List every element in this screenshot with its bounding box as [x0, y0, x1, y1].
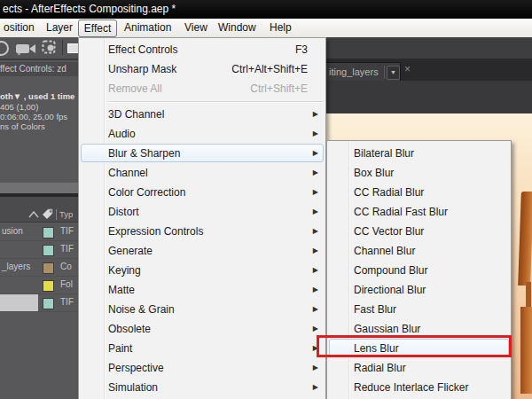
close-icon[interactable]: × [404, 63, 411, 75]
item-type: Co [60, 262, 72, 271]
label-color-swatch[interactable] [43, 280, 54, 292]
camera-tool-icon[interactable] [14, 40, 39, 56]
item-type: TIF [60, 226, 74, 236]
title-bar: ects - AfterEffects Compositing.aep * [0, 0, 532, 19]
menu-layer[interactable]: Layer [46, 19, 73, 37]
menu-item-matte[interactable]: Matte ▶ [79, 280, 325, 300]
selection-highlight [0, 294, 38, 311]
submenu-arrow-icon: ▶ [313, 222, 318, 241]
tab-label: iting_layers [329, 66, 379, 77]
submenu-arrow-icon: ▶ [313, 241, 318, 261]
rectangle-tool-icon[interactable] [67, 43, 78, 53]
menu-item-effect-controls[interactable]: Effect Controls F3 [79, 40, 325, 59]
submenu-item-channel-blur[interactable]: Channel Blur [327, 241, 511, 261]
viewer-tab-bar: iting_layers ▼ × [326, 60, 532, 81]
menu-item-paint[interactable]: Paint ▶ [79, 339, 325, 358]
label-color-swatch[interactable] [43, 298, 54, 309]
menu-item-unsharp-mask[interactable]: Unsharp Mask Ctrl+Alt+Shift+E [79, 59, 325, 79]
menu-item-simulation[interactable]: Simulation ▶ [79, 378, 325, 397]
menu-item-channel[interactable]: Channel ▶ [79, 163, 325, 183]
item-name: _layers [2, 262, 30, 271]
menu-item-keying[interactable]: Keying ▶ [79, 261, 325, 280]
submenu-arrow-icon: ▶ [313, 124, 318, 144]
effect-dropdown-menu: Effect Controls F3 Unsharp Mask Ctrl+Alt… [78, 37, 326, 399]
submenu-arrow-icon: ▶ [313, 144, 318, 163]
menu-item-distort[interactable]: Distort ▶ [79, 202, 325, 222]
tab-divider [384, 66, 385, 79]
rotation-tool-icon[interactable] [0, 41, 9, 56]
viewer-toolbar-band [326, 37, 532, 60]
menu-item-obsolete[interactable]: Obsolete ▶ [79, 319, 325, 339]
project-item-list: usion TIF TIF _layers Co Fol [0, 223, 78, 312]
menu-item-remove-all: Remove All Ctrl+Shift+E [79, 79, 325, 98]
submenu-arrow-icon: ▶ [313, 358, 318, 378]
footage-depth-line: ns of Colors [0, 121, 45, 131]
table-row[interactable]: Fol [0, 277, 78, 294]
table-row-selected[interactable]: TIF [0, 294, 78, 312]
blur-sharpen-submenu: Bilateral Blur Box Blur CC Radial Blur C… [326, 140, 512, 399]
submenu-arrow-icon: ▶ [313, 280, 318, 300]
submenu-item-radial-blur[interactable]: Radial Blur [327, 358, 511, 378]
app-window: ects - AfterEffects Compositing.aep * os… [0, 0, 532, 399]
wooden-object-top [518, 192, 532, 286]
window-title: ects - AfterEffects Compositing.aep * [3, 0, 176, 18]
submenu-arrow-icon: ▶ [313, 163, 318, 183]
menu-window[interactable]: Window [218, 19, 256, 37]
item-name: usion [2, 226, 23, 236]
submenu-item-fast-blur[interactable]: Fast Blur [327, 300, 511, 319]
footage-duration-line: 0:06:00, 25,00 fps [0, 112, 67, 121]
label-color-swatch[interactable] [43, 227, 54, 239]
item-type: TIF [60, 297, 74, 307]
label-color-swatch[interactable] [43, 245, 54, 256]
table-row[interactable]: _layers Co [0, 259, 78, 277]
submenu-arrow-icon: ▶ [313, 261, 318, 280]
item-type: Fol [60, 279, 73, 289]
submenu-arrow-icon: ▶ [313, 202, 318, 222]
submenu-arrow-icon: ▶ [313, 183, 318, 202]
submenu-arrow-icon: ▶ [313, 300, 318, 319]
menu-item-color-correction[interactable]: Color Correction ▶ [79, 183, 325, 202]
menu-composition[interactable]: osition [4, 19, 35, 37]
tab-effect-controls[interactable]: ffect Controls: zd [0, 62, 78, 76]
menu-item-noise-and-grain[interactable]: Noise & Grain ▶ [79, 300, 325, 319]
column-divider [56, 209, 57, 220]
pan-behind-tool-icon[interactable] [42, 40, 58, 56]
menu-item-perspective[interactable]: Perspective ▶ [79, 358, 325, 378]
viewer-chrome-band [326, 81, 532, 113]
label-tag-icon[interactable] [41, 207, 54, 220]
submenu-item-bilateral-blur[interactable]: Bilateral Blur [327, 144, 511, 163]
toolbar-divider [62, 40, 63, 55]
submenu-item-box-blur[interactable]: Box Blur [327, 163, 511, 183]
submenu-item-reduce-interlace-flicker[interactable]: Reduce Interlace Flicker [327, 378, 511, 397]
menu-item-blur-and-sharpen[interactable]: Blur & Sharpen ▶ [79, 144, 325, 163]
menu-separator [79, 98, 325, 105]
label-color-swatch[interactable] [43, 262, 54, 274]
submenu-item-cc-vector-blur[interactable]: CC Vector Blur [327, 222, 511, 241]
menu-help[interactable]: Help [270, 19, 292, 37]
tools-toolbar [0, 37, 78, 60]
menu-item-generate[interactable]: Generate ▶ [79, 241, 325, 261]
search-bar-area [0, 183, 78, 193]
submenu-item-directional-blur[interactable]: Directional Blur [327, 280, 511, 300]
submenu-arrow-icon: ▶ [313, 378, 318, 397]
sort-arrow-icon[interactable] [28, 211, 39, 218]
submenu-item-compound-blur[interactable]: Compound Blur [327, 261, 511, 280]
menu-item-audio[interactable]: Audio ▶ [79, 124, 325, 144]
menu-view[interactable]: View [184, 19, 207, 37]
menu-item-expression-controls[interactable]: Expression Controls ▶ [79, 222, 325, 241]
submenu-item-cc-radial-blur[interactable]: CC Radial Blur [327, 183, 511, 202]
tab-composition-layers[interactable]: iting_layers ▼ [326, 62, 401, 82]
footage-name-line: oth▼ , used 1 time [0, 91, 74, 101]
tab-menu-button[interactable]: ▼ [387, 66, 400, 80]
table-row[interactable]: usion TIF [0, 223, 78, 241]
menu-animation[interactable]: Animation [124, 19, 171, 37]
submenu-arrow-icon: ▶ [313, 105, 318, 124]
footage-size-line: 405 (1,00) [0, 102, 38, 112]
table-row[interactable]: TIF [0, 241, 78, 259]
project-panel: ffect Controls: zd oth▼ , used 1 time 40… [0, 37, 78, 399]
type-column-header[interactable]: Typ [59, 209, 73, 219]
menu-effect[interactable]: Effect [78, 20, 117, 37]
menu-item-3d-channel[interactable]: 3D Channel ▶ [79, 105, 325, 124]
submenu-item-cc-radial-fast-blur[interactable]: CC Radial Fast Blur [327, 202, 511, 222]
item-type: TIF [60, 244, 74, 254]
